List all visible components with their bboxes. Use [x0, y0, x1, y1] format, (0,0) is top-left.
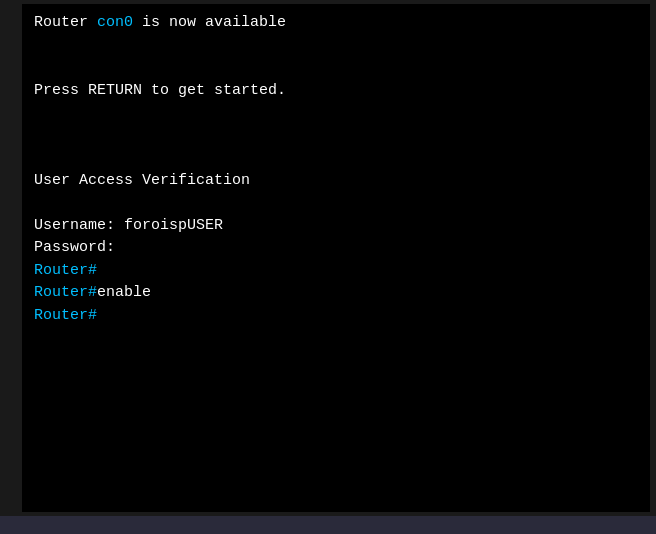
- text-press-return: Press RETURN to get started.: [34, 82, 286, 99]
- spacer-6: [34, 192, 638, 215]
- text-prompt-1: Router#: [34, 262, 97, 279]
- status-bar: [0, 516, 656, 534]
- terminal-line-access: User Access Verification: [34, 170, 638, 193]
- spacer-5: [34, 147, 638, 170]
- text-available: is now available: [133, 14, 286, 31]
- text-password: Password:: [34, 239, 124, 256]
- text-router: Router: [34, 14, 97, 31]
- terminal-line-username: Username: foroispUSER: [34, 215, 638, 238]
- text-enable-cmd: enable: [97, 284, 151, 301]
- text-prompt-2: Router#: [34, 284, 97, 301]
- terminal-screen[interactable]: Router con0 is now available Press RETUR…: [22, 4, 650, 512]
- terminal-line-password: Password:: [34, 237, 638, 260]
- spacer-1: [34, 35, 638, 58]
- spacer-2: [34, 57, 638, 80]
- text-username: Username: foroispUSER: [34, 217, 223, 234]
- text-user-access: User Access Verification: [34, 172, 250, 189]
- terminal-line-1: Router con0 is now available: [34, 12, 638, 35]
- terminal-line-prompt1: Router#: [34, 260, 638, 283]
- text-con0: con0: [97, 14, 133, 31]
- text-prompt-3: Router#: [34, 307, 97, 324]
- spacer-3: [34, 102, 638, 125]
- terminal-line-prompt3: Router#: [34, 305, 638, 328]
- terminal-line-press: Press RETURN to get started.: [34, 80, 638, 103]
- spacer-4: [34, 125, 638, 148]
- terminal-line-enable: Router#enable: [34, 282, 638, 305]
